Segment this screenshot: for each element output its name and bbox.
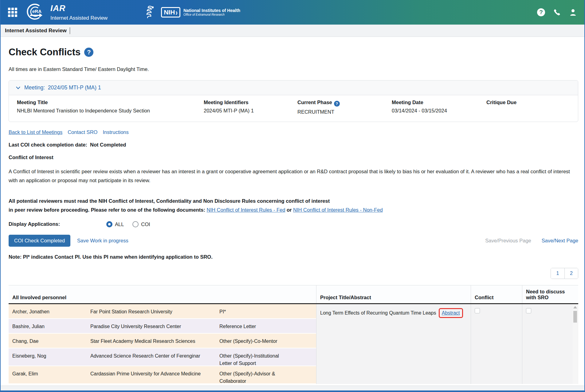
personnel-row: Bashire, JulianParadise City University …	[9, 319, 316, 334]
scroll-up-arrow-icon[interactable]	[573, 306, 577, 308]
page-help-icon[interactable]: ?	[84, 48, 93, 57]
col-header-conflict: Conflict	[471, 285, 522, 303]
save-previous-page-top: Save/Previous Page	[485, 238, 531, 244]
personnel-row: Archer, JonathenFar Point Station Resear…	[9, 304, 316, 319]
conflict-checkbox[interactable]	[475, 308, 480, 313]
hhs-eagle-icon	[144, 5, 155, 20]
pi-note: Note: PI* indicates Contact PI. Use this…	[9, 254, 577, 260]
radio-coi-button[interactable]	[132, 221, 139, 227]
breadcrumb-divider	[70, 27, 70, 34]
col-header-sro: Need to discuss with SRO	[522, 285, 578, 303]
coi-check-completed-button[interactable]: COI Check Completed	[9, 235, 70, 247]
svg-text:eRA: eRA	[32, 9, 41, 14]
app-header: eRA IAR Internet Assisted Review NIH› Na…	[1, 0, 584, 25]
user-icon[interactable]	[569, 8, 577, 16]
abstract-annotation-box: Abstract	[439, 308, 463, 318]
radio-all[interactable]: ALL	[106, 221, 124, 227]
breadcrumb-bar: Internet Assisted Review	[1, 25, 584, 37]
coi-rules-text: All potential reviewers must read the NI…	[9, 197, 577, 214]
app-acronym: IAR	[50, 4, 108, 13]
page-2-button[interactable]: 2	[564, 268, 578, 279]
app-name: Internet Assisted Review	[50, 15, 108, 21]
critique-due-field: Critique Due	[478, 100, 520, 115]
nih-name: National Institutes of Health	[183, 8, 240, 13]
personnel-row: Chang, DaeStar Fleet Academy Medical Res…	[9, 334, 316, 348]
conflict-cell	[471, 304, 522, 384]
current-phase-field: Current Phase? RECRUITMENT	[289, 100, 384, 115]
meeting-title-field: Meeting Title NHLBI Mentored Tranistion …	[9, 100, 196, 115]
breadcrumb[interactable]: Internet Assisted Review	[5, 28, 67, 34]
conflicts-table: All Involved personnel Project Title/Abs…	[9, 285, 578, 384]
back-to-meetings-link[interactable]: Back to List of Meetings	[9, 129, 62, 135]
meeting-identifiers-field: Meeting Identifiers 2024/05 MTI-P (MA) 1	[196, 100, 289, 115]
table-scrollbar[interactable]	[573, 304, 578, 384]
project-title-cell: Long Term Effects of Recurring Quantum T…	[316, 304, 471, 384]
coi-description: A Conflict of Interest in scientific pee…	[9, 167, 576, 185]
timezone-note: All times are in Eastern Standard Time/ …	[9, 66, 577, 72]
sro-cell	[522, 304, 578, 384]
meeting-panel-toggle[interactable]: Meeting: 2024/05 MTI-P (MA) 1	[9, 80, 578, 95]
coi-rules-nonfed-link[interactable]: NIH Conflict of Interest Rules - Non-Fed	[293, 207, 383, 213]
nih-chevron-icon: ›	[175, 7, 178, 17]
contact-sro-link[interactable]: Contact SRO	[68, 129, 97, 135]
col-header-project: Project Title/Abstract	[316, 285, 471, 303]
display-applications-label: Display Applications:	[9, 221, 106, 227]
project-title: Long Term Effects of Recurring Quantum T…	[320, 310, 436, 316]
personnel-row: Eisneberg, NogAdvanced Science Research …	[9, 348, 316, 366]
coi-rules-fed-link[interactable]: NIH Conflict of Interest Rules - Fed	[207, 207, 285, 213]
radio-all-button[interactable]	[106, 221, 112, 227]
chevron-down-icon	[16, 85, 21, 90]
era-logo: eRA	[26, 3, 44, 22]
col-header-personnel: All Involved personnel	[9, 285, 316, 303]
radio-coi[interactable]: COI	[132, 221, 150, 227]
nih-office: Office of Extramural Research	[183, 13, 240, 16]
phone-icon[interactable]	[553, 8, 561, 16]
help-icon[interactable]: ?	[537, 8, 545, 16]
current-phase-help-icon[interactable]: ?	[334, 101, 340, 107]
personnel-row: Garak, ElimCardassian Prime University f…	[9, 366, 316, 384]
nih-logo: NIH›	[161, 7, 180, 18]
page-1-button[interactable]: 1	[551, 268, 564, 279]
save-work-link[interactable]: Save Work in progress	[77, 238, 128, 244]
app-grid-icon[interactable]	[8, 8, 17, 17]
save-next-page-top[interactable]: Save/Next Page	[542, 238, 578, 244]
meeting-panel: Meeting: 2024/05 MTI-P (MA) 1 Meeting Ti…	[9, 80, 578, 122]
abstract-link[interactable]: Abstract	[442, 310, 460, 316]
meeting-date-field: Meeting Date 03/14/2024 - 03/15/2024	[384, 100, 478, 115]
last-coi-check: Last COI check completion date: Not Comp…	[9, 142, 577, 148]
instructions-link[interactable]: Instructions	[103, 129, 128, 135]
page-title: Check Conflicts ?	[9, 47, 577, 58]
sro-checkbox[interactable]	[526, 308, 531, 313]
coi-heading: Conflict of Interest	[9, 155, 577, 160]
footer-bar	[1, 386, 584, 390]
pagination: 1 2	[551, 268, 578, 279]
scrollbar-thumb[interactable]	[573, 311, 577, 323]
